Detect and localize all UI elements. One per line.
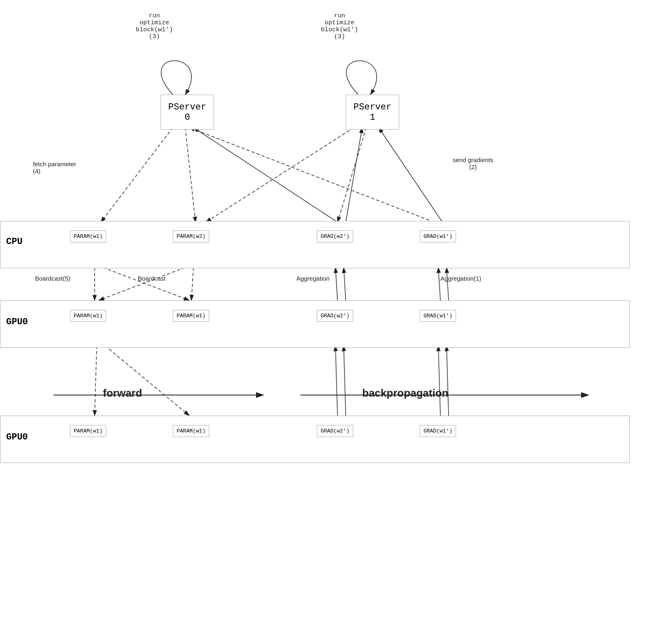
aggregation-text: Aggregation <box>296 275 330 282</box>
svg-line-18 <box>95 346 97 416</box>
svg-line-15 <box>344 267 346 300</box>
svg-line-5 <box>337 128 366 222</box>
svg-line-2 <box>101 128 173 222</box>
gpu0top-grad-w1: GRAD(w1') <box>420 310 456 322</box>
pserver0-label: PServer <box>168 102 206 112</box>
svg-line-22 <box>438 346 440 416</box>
svg-line-7 <box>379 128 442 222</box>
svg-line-9 <box>189 128 434 222</box>
backprop-label: backpropagation <box>362 387 448 400</box>
cpu-grad-w1: GRAD(w1') <box>420 230 456 242</box>
gpu0top-param-w1b: PARAM(w1) <box>173 310 209 322</box>
gpu0bot-grad-w2: GRAD(w2') <box>317 425 353 437</box>
run-optimize-left-annotation: runoptimizeblock(w1')(3) <box>136 12 173 40</box>
pserver1-box: PServer 1 <box>346 95 399 130</box>
boardcast5-text: Boardcast(5) <box>35 275 70 282</box>
pserver1-label: PServer <box>354 102 391 112</box>
svg-line-8 <box>346 128 362 222</box>
gpu0-top-row-label: GPU0 <box>6 317 28 327</box>
pserver0-number: 0 <box>184 112 190 123</box>
run-optimize-right-annotation: runoptimizeblock(w1')(3) <box>321 12 358 40</box>
gpu0top-grad-w2: GRAD(w2') <box>317 310 353 322</box>
fetch-parameter-text: fetch parameter(4) <box>33 160 76 174</box>
gpu0-bottom-row-label: GPU0 <box>6 432 28 442</box>
fetch-parameter-annotation: fetch parameter(4) <box>33 160 76 174</box>
gpu0-top-row-band <box>0 300 630 348</box>
cpu-grad-w2: GRAD(w2') <box>317 230 353 242</box>
forward-label: forward <box>103 387 142 400</box>
pserver0-box: PServer 0 <box>161 95 214 130</box>
svg-line-16 <box>438 267 440 300</box>
boardcast-text: Boardcast <box>138 275 166 282</box>
boardcast5-annotation: Boardcast(5) <box>35 275 70 282</box>
svg-line-3 <box>185 128 195 222</box>
gpu0bot-param-w1b: PARAM(w1) <box>173 425 209 437</box>
pserver1-number: 1 <box>370 112 375 123</box>
cpu-row-label: CPU <box>6 237 23 247</box>
svg-line-11 <box>103 267 189 300</box>
run-optimize-right-text: runoptimizeblock(w1')(3) <box>321 12 358 40</box>
run-optimize-left-text: runoptimizeblock(w1')(3) <box>136 12 173 40</box>
cpu-row-band <box>0 221 630 268</box>
aggregation-annotation: Aggregation <box>296 275 330 282</box>
svg-line-19 <box>105 346 189 416</box>
cpu-param-w2: PARAM(w2) <box>173 230 209 242</box>
svg-line-20 <box>335 346 337 416</box>
cpu-param-w1: PARAM(w1) <box>70 230 106 242</box>
svg-line-23 <box>447 346 449 416</box>
svg-line-17 <box>447 267 449 300</box>
svg-line-4 <box>206 128 354 222</box>
gpu0bot-grad-w1: GRAD(w1') <box>420 425 456 437</box>
svg-line-12 <box>191 267 193 300</box>
send-gradients-annotation: send gradients(2) <box>453 156 493 170</box>
aggregation1-annotation: Aggregation(1) <box>440 275 481 282</box>
svg-line-13 <box>99 267 185 300</box>
gpu0-bottom-row-band <box>0 416 630 463</box>
svg-line-14 <box>335 267 337 300</box>
aggregation1-text: Aggregation(1) <box>440 275 481 282</box>
svg-line-6 <box>193 128 337 222</box>
gpu0bot-param-w1: PARAM(w1) <box>70 425 106 437</box>
gpu0top-param-w1: PARAM(w1) <box>70 310 106 322</box>
svg-line-21 <box>344 346 346 416</box>
send-gradients-text: send gradients(2) <box>453 156 493 170</box>
boardcast-annotation: Boardcast <box>138 275 166 282</box>
diagram: PServer 0 PServer 1 runoptimizeblock(w1'… <box>0 0 647 644</box>
